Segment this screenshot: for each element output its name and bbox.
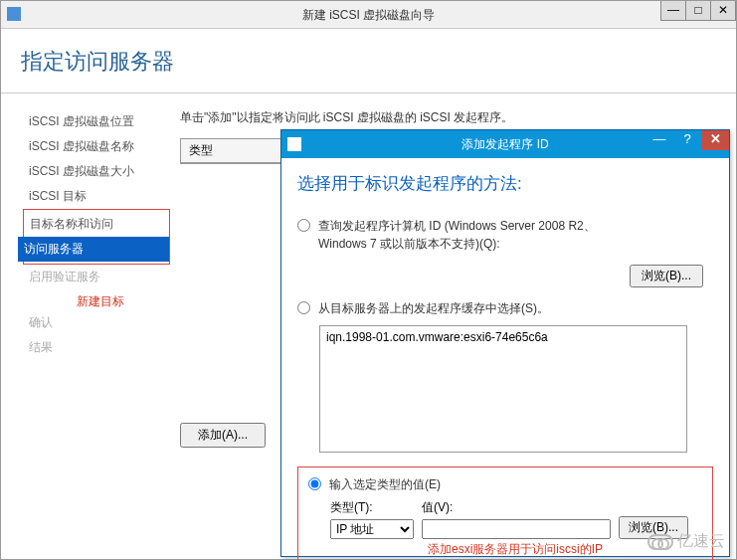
maximize-button[interactable]: □ [685, 1, 711, 21]
radio-select-from-cache-label: 从目标服务器上的发起程序缓存中选择(S)。 [318, 299, 549, 317]
wizard-instruction: 单击"添加"以指定将访问此 iSCSI 虚拟磁盘的 iSCSI 发起程序。 [180, 109, 722, 126]
dialog-heading: 选择用于标识发起程序的方法: [297, 172, 713, 195]
sidebar-item-target-name-access[interactable]: 目标名称和访问 [24, 212, 169, 237]
watermark: 亿速云 [647, 531, 725, 552]
value-fields: 类型(T): IP 地址 值(V): 浏览(B)... [330, 499, 702, 539]
sidebar-item-results: 结果 [29, 335, 170, 360]
radio1-text-line1: 查询发起程序计算机 ID (Windows Server 2008 R2、 [318, 219, 596, 233]
close-button[interactable]: ✕ [710, 1, 736, 21]
value-field: 值(V): [422, 499, 611, 539]
dialog-title: 添加发起程序 ID [461, 136, 548, 153]
watermark-text: 亿速云 [677, 531, 725, 552]
sidebar-item-disk-name[interactable]: iSCSI 虚拟磁盘名称 [29, 134, 170, 159]
radio-enter-value[interactable]: 输入选定类型的值(E) [308, 475, 702, 493]
wizard-window-controls: — □ ✕ [661, 1, 736, 21]
wizard-titlebar: 新建 iSCSI 虚拟磁盘向导 — □ ✕ [1, 1, 736, 29]
add-button[interactable]: 添加(A)... [180, 423, 266, 448]
dialog-window-controls: — ? ✕ [645, 130, 729, 150]
sidebar-item-iscsi-target[interactable]: iSCSI 目标 [29, 184, 170, 209]
radio-query-initiator-label: 查询发起程序计算机 ID (Windows Server 2008 R2、 Wi… [318, 217, 596, 253]
sidebar-item-enable-auth: 启用验证服务 [29, 265, 170, 289]
wizard-title: 新建 iSCSI 虚拟磁盘向导 [302, 7, 435, 24]
dialog-app-icon [287, 137, 301, 151]
dialog-close-button[interactable]: ✕ [701, 130, 729, 150]
annotation-new-target: 新建目标 [77, 293, 170, 310]
sidebar-item-access-servers[interactable]: 访问服务器 [18, 237, 169, 262]
wizard-app-icon [7, 7, 21, 21]
radio1-text-line2: Windows 7 或以前版本不支持)(Q): [318, 237, 500, 251]
list-item[interactable]: iqn.1998-01.com.vmware:esxi6-74e65c6a [326, 330, 680, 344]
radio-query-initiator[interactable]: 查询发起程序计算机 ID (Windows Server 2008 R2、 Wi… [297, 217, 713, 253]
type-field: 类型(T): IP 地址 [330, 499, 414, 539]
initiator-cache-listbox[interactable]: iqn.1998-01.com.vmware:esxi6-74e65c6a [319, 325, 687, 453]
radio-enter-value-label: 输入选定类型的值(E) [329, 475, 441, 493]
dialog-help-button[interactable]: ? [673, 130, 701, 150]
dialog-titlebar: 添加发起程序 ID — ? ✕ [281, 130, 729, 158]
sidebar-item-disk-location[interactable]: iSCSI 虚拟磁盘位置 [29, 109, 170, 134]
value-label: 值(V): [422, 499, 611, 516]
radio-query-initiator-input[interactable] [297, 219, 310, 232]
radio-select-from-cache[interactable]: 从目标服务器上的发起程序缓存中选择(S)。 [297, 299, 713, 317]
type-label: 类型(T): [330, 499, 414, 516]
browse-button-1[interactable]: 浏览(B)... [630, 265, 703, 287]
radio-enter-value-input[interactable] [308, 477, 321, 490]
sidebar-highlighted-group: 目标名称和访问 访问服务器 [23, 209, 170, 265]
minimize-button[interactable]: — [660, 1, 686, 21]
dialog-body: 选择用于标识发起程序的方法: 查询发起程序计算机 ID (Windows Ser… [281, 158, 729, 560]
type-select[interactable]: IP 地址 [330, 519, 414, 539]
value-input[interactable] [422, 519, 611, 539]
wizard-heading: 指定访问服务器 [1, 29, 736, 93]
sidebar-item-disk-size[interactable]: iSCSI 虚拟磁盘大小 [29, 159, 170, 184]
dialog-minimize-button[interactable]: — [645, 130, 673, 150]
sidebar-item-confirm: 确认 [29, 310, 170, 335]
watermark-icon [647, 534, 673, 550]
wizard-sidebar: iSCSI 虚拟磁盘位置 iSCSI 虚拟磁盘名称 iSCSI 虚拟磁盘大小 i… [1, 93, 170, 448]
dialog-window: 添加发起程序 ID — ? ✕ 选择用于标识发起程序的方法: 查询发起程序计算机… [280, 129, 730, 557]
radio-select-from-cache-input[interactable] [297, 301, 310, 314]
